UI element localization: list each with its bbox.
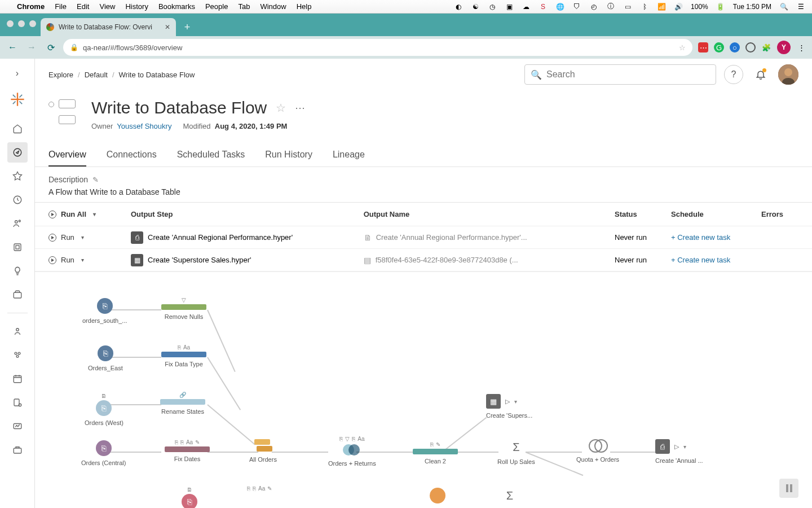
chevron-down-icon[interactable]: ▾ xyxy=(81,257,84,263)
run-all-button[interactable]: Run All ▾ xyxy=(48,210,96,218)
menubar-app[interactable]: Chrome xyxy=(17,2,45,11)
flow-node-clean[interactable]: ⎘⎘Aa✎ xyxy=(247,485,272,493)
page-title: Write to Database Flow xyxy=(91,98,267,117)
flow-node-join[interactable]: Quota + Orders xyxy=(576,439,619,463)
chevron-down-icon[interactable]: ▾ xyxy=(93,211,96,217)
breadcrumb-default[interactable]: Default xyxy=(85,71,108,79)
tab-overview[interactable]: Overview xyxy=(48,144,86,167)
menu-help[interactable]: Help xyxy=(297,2,312,11)
sidebar-collections-icon[interactable] xyxy=(7,284,28,305)
bookmark-star-icon[interactable]: ☆ xyxy=(679,43,686,52)
menu-edit[interactable]: Edit xyxy=(77,2,89,11)
user-avatar[interactable] xyxy=(778,64,798,85)
search-input[interactable]: 🔍 xyxy=(524,64,716,85)
extension-icon[interactable] xyxy=(745,42,756,52)
browser-tab[interactable]: Write to Database Flow: Overvi ✕ xyxy=(41,18,176,36)
sidebar-expand-button[interactable]: › xyxy=(0,63,34,84)
breadcrumb-explore[interactable]: Explore xyxy=(48,71,73,79)
sidebar-recents-icon[interactable] xyxy=(7,190,28,210)
run-output-icon[interactable]: ▷ xyxy=(674,443,679,450)
extension-icon[interactable]: ⋯ xyxy=(698,42,708,52)
maximize-window-icon[interactable] xyxy=(29,20,36,27)
sidebar-settings-icon[interactable] xyxy=(7,440,28,460)
edit-description-icon[interactable]: ✎ xyxy=(92,176,99,184)
back-button[interactable]: ← xyxy=(6,41,19,54)
sidebar-shared-icon[interactable] xyxy=(7,213,28,234)
run-output-icon[interactable]: ▷ xyxy=(505,398,510,405)
flow-node-join[interactable]: ⎘▽⎘AaOrders + Returns xyxy=(328,436,376,467)
chrome-menu-icon[interactable]: ⋮ xyxy=(796,42,806,52)
chevron-down-icon[interactable]: ▾ xyxy=(81,234,84,240)
sidebar-groups-icon[interactable] xyxy=(7,345,28,365)
more-actions-icon[interactable]: ⋯ xyxy=(295,102,306,114)
run-button[interactable]: Run ▾ xyxy=(48,233,84,242)
run-button[interactable]: Run ▾ xyxy=(48,256,84,264)
lock-icon: 🔒 xyxy=(70,43,78,51)
forward-button[interactable]: → xyxy=(25,41,38,54)
flow-node-clean[interactable]: ⎘✎Clean 2 xyxy=(413,441,458,465)
sidebar-schedules-icon[interactable] xyxy=(7,369,28,389)
venn-icon xyxy=(589,439,607,453)
menu-window[interactable]: Window xyxy=(260,2,286,11)
menu-history[interactable]: History xyxy=(125,2,148,11)
flow-node-input[interactable]: ⎘Orders (Central) xyxy=(81,440,126,466)
flow-node-output[interactable]: ▦▷▾ Create 'Supers... xyxy=(486,394,532,419)
help-button[interactable]: ? xyxy=(724,65,743,84)
sidebar-status-icon[interactable] xyxy=(7,416,28,436)
flow-node-input[interactable]: 🗎⎘ xyxy=(182,487,197,508)
create-task-link[interactable]: + Create new task xyxy=(671,233,730,242)
sidebar-lightbulb-icon[interactable] xyxy=(7,261,28,281)
chevron-down-icon[interactable]: ▾ xyxy=(514,398,517,405)
sidebar-jobs-icon[interactable] xyxy=(7,392,28,413)
flow-node-clean[interactable]: 🔗Rename States xyxy=(160,392,205,415)
sidebar-recommendations-icon[interactable] xyxy=(7,237,28,257)
tab-scheduled-tasks[interactable]: Scheduled Tasks xyxy=(177,144,245,167)
sidebar-explore-icon[interactable] xyxy=(7,142,28,163)
flow-node-input[interactable]: ⎘orders_south_... xyxy=(82,298,127,324)
close-window-icon[interactable] xyxy=(7,20,14,27)
flow-node-clean[interactable]: ▽Remove Nulls xyxy=(161,297,206,320)
extension-icon[interactable]: G xyxy=(714,42,724,52)
chevron-down-icon[interactable]: ▾ xyxy=(683,444,686,450)
tab-lineage[interactable]: Lineage xyxy=(333,144,365,167)
window-controls[interactable] xyxy=(7,20,36,27)
create-task-link[interactable]: + Create new task xyxy=(671,256,730,264)
sidebar-home-icon[interactable] xyxy=(7,119,28,139)
profile-avatar-icon[interactable]: Y xyxy=(777,41,791,54)
reload-button[interactable]: ⟳ xyxy=(44,41,58,54)
control-center-icon[interactable]: ☰ xyxy=(796,2,805,11)
pause-button[interactable] xyxy=(779,479,798,498)
favorite-star-icon[interactable]: ☆ xyxy=(276,101,286,115)
menu-file[interactable]: File xyxy=(55,2,67,11)
menu-people[interactable]: People xyxy=(205,2,228,11)
extension-icon[interactable]: ○ xyxy=(730,42,740,52)
menu-view[interactable]: View xyxy=(99,2,115,11)
flow-node-aggregate[interactable]: ΣRoll Up Sales xyxy=(497,439,535,465)
flow-node-input[interactable]: 🗎⎘Orders (West) xyxy=(85,393,123,426)
minimize-window-icon[interactable] xyxy=(18,20,25,27)
flow-node-input[interactable]: ⎘Orders_East xyxy=(88,345,123,371)
notifications-button[interactable] xyxy=(751,65,770,84)
flow-node-output[interactable]: ⎙▷▾ Create 'Annual ... xyxy=(655,439,703,464)
tab-connections[interactable]: Connections xyxy=(107,144,157,167)
flow-node-union[interactable]: All Orders xyxy=(249,439,277,463)
menu-tab[interactable]: Tab xyxy=(238,2,250,11)
extensions-menu-icon[interactable]: 🧩 xyxy=(761,42,771,52)
flow-node-clean[interactable]: ⎘AaFix Data Type xyxy=(161,344,206,367)
tableau-logo-icon[interactable] xyxy=(10,91,25,107)
sidebar-favorites-icon[interactable] xyxy=(7,166,28,186)
flow-node-aggregate[interactable]: Σ xyxy=(502,488,518,507)
spotlight-icon[interactable]: 🔍 xyxy=(779,2,788,11)
flow-node-union[interactable] xyxy=(430,488,445,507)
tab-run-history[interactable]: Run History xyxy=(265,144,312,167)
sidebar-users-icon[interactable] xyxy=(7,321,28,341)
battery-label: 100% xyxy=(691,3,708,11)
new-tab-button[interactable]: + xyxy=(179,19,195,35)
flow-canvas[interactable]: ⎘orders_south_... ⎘Orders_East 🗎⎘Orders … xyxy=(35,271,812,508)
search-field[interactable] xyxy=(546,69,710,80)
close-tab-icon[interactable]: ✕ xyxy=(165,23,170,31)
flow-node-clean[interactable]: ⎘⎘Aa✎Fix Dates xyxy=(165,439,210,462)
menu-bookmarks[interactable]: Bookmarks xyxy=(158,2,195,11)
owner-link[interactable]: Youssef Shoukry xyxy=(117,122,171,130)
address-bar[interactable]: 🔒 qa-near/#/flows/3689/overview ☆ xyxy=(63,39,692,56)
